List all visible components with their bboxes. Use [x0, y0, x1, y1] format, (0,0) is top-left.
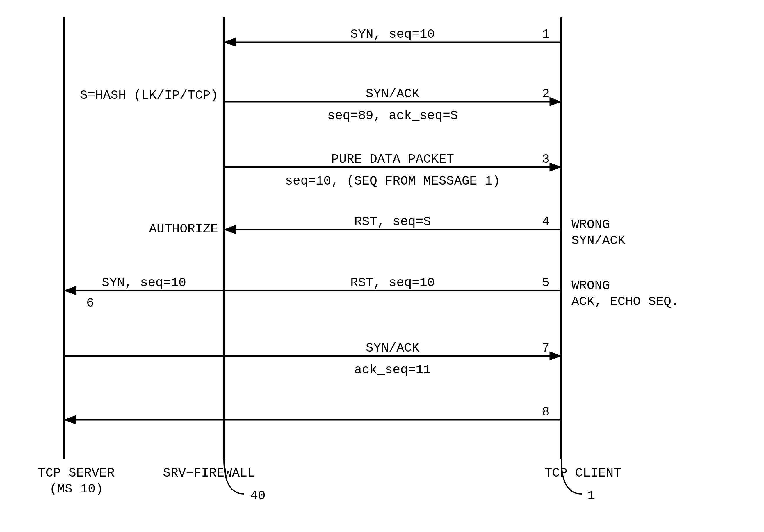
- message-1: SYN, seq=10 1: [224, 27, 561, 47]
- msg5-right2: ACK, ECHO SEQ.: [571, 294, 679, 309]
- msg1-label: SYN, seq=10: [350, 27, 435, 42]
- msg5-above: RST, seq=10: [350, 275, 435, 290]
- msg7-below: ack_seq=11: [354, 363, 431, 377]
- authorize-note: AUTHORIZE: [149, 222, 218, 236]
- label-client-number: 1: [587, 488, 595, 503]
- msg3-above: PURE DATA PACKET: [331, 152, 454, 167]
- msg5-right1: WRONG: [571, 278, 610, 293]
- svg-marker-7: [224, 225, 236, 234]
- msg1-num: 1: [542, 27, 550, 42]
- label-srv-firewall: SRV−FIREWALL: [163, 466, 255, 480]
- sequence-diagram: TCP SERVER (MS 10) SRV−FIREWALL 40 TCP C…: [0, 0, 764, 532]
- message-5: RST, seq=10 5 WRONG ACK, ECHO SEQ.: [224, 275, 679, 309]
- svg-marker-12: [550, 351, 561, 360]
- svg-marker-3: [550, 97, 561, 106]
- msg3-num: 3: [542, 152, 550, 167]
- label-tcp-client: TCP CLIENT: [544, 466, 621, 480]
- msg2-num: 2: [542, 86, 550, 101]
- msg4-above: RST, seq=S: [354, 214, 431, 229]
- msg4-right2: SYN/ACK: [571, 233, 625, 248]
- svg-marker-14: [64, 416, 76, 424]
- msg4-num: 4: [542, 214, 550, 229]
- message-8: 8: [64, 405, 561, 424]
- msg6-above: SYN, seq=10: [102, 275, 186, 290]
- message-3: PURE DATA PACKET seq=10, (SEQ FROM MESSA…: [224, 152, 561, 188]
- msg6-num: 6: [87, 296, 94, 310]
- msg5-num: 5: [542, 275, 550, 290]
- svg-marker-5: [550, 163, 561, 172]
- hash-note: S=HASH (LK/IP/TCP): [80, 88, 218, 102]
- msg3-below: seq=10, (SEQ FROM MESSAGE 1): [285, 174, 500, 188]
- msg4-right1: WRONG: [571, 217, 610, 232]
- msg8-num: 8: [542, 405, 550, 419]
- message-7: SYN/ACK ack_seq=11 7: [64, 341, 561, 377]
- msg2-below: seq=89, ack_seq=S: [327, 108, 458, 123]
- msg7-above: SYN/ACK: [366, 341, 420, 355]
- label-tcp-server-line2: (MS 10): [50, 482, 103, 496]
- label-firewall-number: 40: [250, 488, 266, 503]
- msg2-above: SYN/ACK: [366, 86, 420, 101]
- msg7-num: 7: [542, 341, 550, 355]
- label-tcp-server-line1: TCP SERVER: [38, 466, 114, 480]
- message-2: SYN/ACK seq=89, ack_seq=S 2: [224, 86, 561, 123]
- svg-marker-10: [64, 286, 76, 295]
- svg-marker-1: [224, 38, 236, 47]
- message-6: SYN, seq=10 6: [64, 275, 224, 310]
- message-4: RST, seq=S 4 WRONG SYN/ACK: [224, 214, 625, 248]
